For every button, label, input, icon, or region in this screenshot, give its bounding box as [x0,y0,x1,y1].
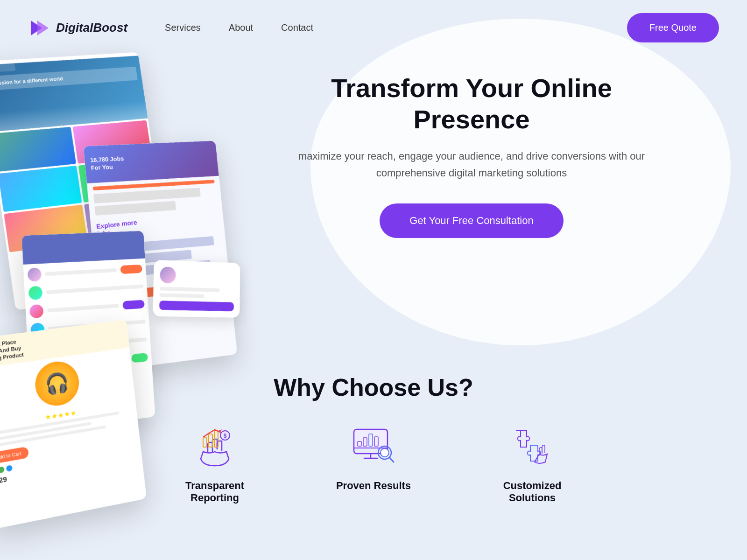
hero-content: Transform Your Online Presence maximize … [289,72,654,238]
puzzle-hand-icon [509,424,556,470]
nav-links: Services About Contact [165,22,627,33]
floating-card [153,260,240,318]
logo-icon [28,17,50,39]
card-avatar [160,266,176,284]
card-action [159,301,234,311]
screen-ecommerce: The Best PlaceTo Find And BuyAmazing Pro… [0,320,147,530]
product-image [33,359,81,409]
svg-point-18 [381,448,389,457]
analytics-search-icon [350,424,397,470]
consultation-button[interactable]: Get Your Free Consultation [380,203,563,238]
svg-line-19 [389,457,394,462]
brand-name: DigitalBoost [56,21,127,35]
svg-marker-1 [37,21,49,35]
feature-label-2: Customized Solutions [481,480,584,504]
feature-label-1: Proven Results [336,480,411,492]
free-quote-button[interactable]: Free Quote [627,13,719,42]
jobs-title: 16,780 JobsFor You [90,155,125,172]
hero-subtitle: maximize your reach, engage your audienc… [289,148,654,181]
nav-services[interactable]: Services [165,22,201,33]
jobs-header: 16,780 JobsFor You [83,140,219,183]
hero-title: Transform Your Online Presence [289,72,654,135]
nav-contact[interactable]: Contact [281,22,313,33]
product-header: The Best PlaceTo Find And BuyAmazing Pro… [0,320,129,369]
feature-customized-solutions: Customized Solutions [481,424,584,504]
feature-label-0: Transparent Reporting [163,480,266,504]
svg-rect-10 [355,430,387,447]
logo[interactable]: DigitalBoost [28,17,127,39]
navbar: DigitalBoost Services About Contact Free… [0,0,747,56]
nav-about[interactable]: About [229,22,253,33]
mockup-devices: Passion for a different world 16,780 Job… [0,48,269,493]
feature-proven-results: Proven Results [322,424,425,492]
